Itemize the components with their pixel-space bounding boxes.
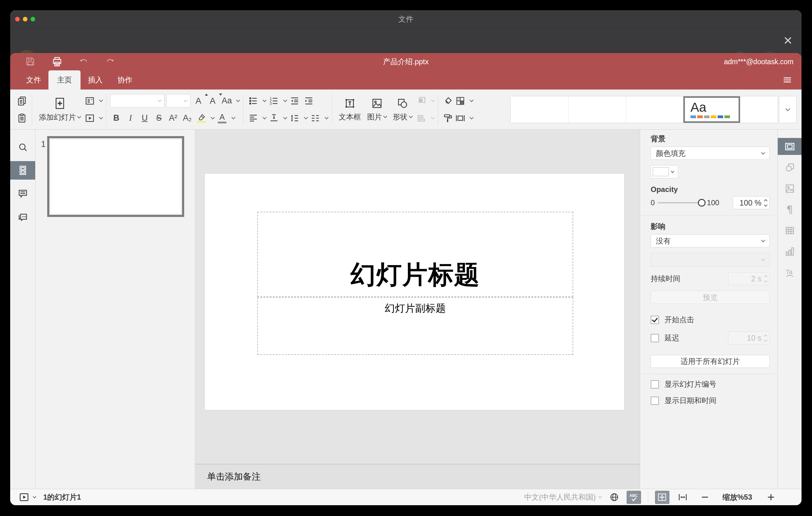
opacity-slider[interactable] <box>658 202 702 203</box>
chart-settings-icon[interactable] <box>778 243 802 260</box>
spellcheck-icon[interactable]: ABC <box>627 491 641 504</box>
tab-home[interactable]: 主页 <box>49 70 81 89</box>
decrease-font-icon[interactable]: A <box>206 94 219 108</box>
superscript-button[interactable]: A² <box>167 111 179 125</box>
fill-color-button[interactable] <box>651 165 678 178</box>
subtitle-placeholder[interactable]: 幻灯片副标题 <box>257 297 573 355</box>
arrange-shape-icon[interactable] <box>415 94 428 108</box>
menu-icon[interactable] <box>782 75 792 85</box>
theme-cell[interactable] <box>569 96 626 123</box>
font-size-select[interactable] <box>166 94 190 108</box>
theme-cell[interactable] <box>511 96 569 123</box>
apply-to-all-button[interactable]: 适用于所有幻灯片 <box>651 355 770 368</box>
slide-canvas[interactable]: 幻灯片标题 幻灯片副标题 <box>205 174 624 410</box>
delay-value: 10 s <box>747 334 761 343</box>
change-case-icon[interactable]: Aa <box>221 94 233 108</box>
main-area: 1 幻灯片标题 幻灯片副标题 单击添加备注 背景 <box>10 130 802 489</box>
image-button[interactable]: 图片 <box>364 89 390 129</box>
paint-roller-icon[interactable] <box>442 111 454 125</box>
status-bar: 1的幻灯片1 中文(中华人民共和国) ABC 缩放%53 <box>10 489 802 505</box>
zoom-in-icon[interactable] <box>766 492 776 502</box>
right-icon-strip: ¶ Ta <box>778 130 802 489</box>
increase-font-icon[interactable]: A <box>192 94 205 108</box>
shape-button[interactable]: 形状 <box>390 89 415 129</box>
decrease-indent-icon[interactable] <box>288 94 301 108</box>
theme-cell[interactable] <box>740 96 778 123</box>
slideshow-options-icon[interactable] <box>33 495 36 498</box>
font-color-icon[interactable]: A <box>216 111 228 125</box>
numbered-list-icon[interactable]: 123 <box>268 94 280 108</box>
eraser-icon[interactable] <box>442 94 454 108</box>
italic-button[interactable]: I <box>124 111 137 125</box>
opacity-row: 0 100 100 % <box>651 196 770 209</box>
show-date-time-checkbox[interactable] <box>651 397 659 405</box>
tab-collaboration[interactable]: 协作 <box>110 70 140 89</box>
theme-colors-icon[interactable] <box>454 94 466 108</box>
paragraph-settings-icon[interactable]: ¶ <box>778 201 802 218</box>
slide-settings-icon[interactable] <box>778 138 802 155</box>
redo-icon[interactable] <box>105 56 116 67</box>
start-slideshow-icon[interactable] <box>84 111 96 125</box>
search-icon[interactable] <box>10 138 35 157</box>
text-box-icon <box>344 97 356 110</box>
add-slide-button[interactable]: 添加幻灯片 <box>36 89 84 129</box>
slide-subtitle-text: 幻灯片副标题 <box>385 302 446 315</box>
fit-width-icon[interactable] <box>677 492 688 503</box>
fit-slide-icon[interactable] <box>655 491 669 504</box>
horizontal-align-icon[interactable] <box>247 111 259 125</box>
delay-checkbox[interactable] <box>651 334 659 342</box>
strikeout-button[interactable]: S <box>153 111 165 125</box>
minimize-traffic-light[interactable] <box>23 17 27 21</box>
comments-icon[interactable] <box>10 184 35 203</box>
bullet-list-icon[interactable] <box>247 94 259 108</box>
print-icon[interactable] <box>52 56 63 67</box>
theme-gallery-expand-icon[interactable] <box>779 96 796 123</box>
close-traffic-light[interactable] <box>15 17 20 21</box>
notes-area[interactable]: 单击添加备注 <box>195 464 640 489</box>
background-fill-select[interactable]: 颜色填充 <box>651 147 770 160</box>
text-box-button[interactable]: 文本框 <box>336 89 364 129</box>
effect-select[interactable]: 没有 <box>651 234 770 248</box>
copy-icon[interactable] <box>16 94 28 108</box>
save-icon[interactable] <box>25 56 36 67</box>
slides-panel-icon[interactable] <box>10 161 35 180</box>
show-slide-number-checkbox[interactable] <box>651 380 659 389</box>
opacity-slider-knob[interactable] <box>698 199 705 207</box>
underline-button[interactable]: U <box>139 111 151 125</box>
text-art-settings-icon[interactable]: Ta <box>778 264 802 281</box>
slide-settings-panel: 背景 颜色填充 Opacity 0 100 100 % 影响 没有 <box>640 130 778 489</box>
undo-icon[interactable] <box>78 56 89 67</box>
start-slideshow-status-icon[interactable] <box>19 492 30 503</box>
align-shape-icon[interactable] <box>415 111 428 125</box>
columns-icon[interactable] <box>309 111 321 125</box>
increase-indent-icon[interactable] <box>303 94 315 108</box>
title-placeholder[interactable]: 幻灯片标题 <box>257 212 573 297</box>
start-on-click-checkbox[interactable] <box>651 316 659 324</box>
bold-button[interactable]: B <box>110 111 122 125</box>
globe-icon[interactable] <box>609 492 619 502</box>
slide-number-label: 1 <box>41 140 46 149</box>
zoom-traffic-light[interactable] <box>31 17 35 21</box>
vertical-align-icon[interactable] <box>268 111 280 125</box>
table-settings-icon[interactable] <box>778 222 802 239</box>
subscript-button[interactable]: A₂ <box>181 111 194 125</box>
highlight-color-icon[interactable] <box>195 111 208 125</box>
opacity-spinner[interactable]: 100 % <box>733 196 770 209</box>
theme-cell[interactable] <box>626 96 683 123</box>
chat-icon[interactable] <box>10 207 35 227</box>
shape-settings-icon[interactable] <box>778 159 802 176</box>
tab-file[interactable]: 文件 <box>19 70 49 89</box>
theme-cell-selected[interactable]: Aa <box>683 96 740 123</box>
font-name-select[interactable] <box>110 94 165 108</box>
line-spacing-icon[interactable] <box>288 111 301 125</box>
tab-insert[interactable]: 插入 <box>81 70 110 89</box>
close-icon[interactable] <box>783 35 793 46</box>
slide-size-icon[interactable] <box>454 111 466 125</box>
zoom-out-icon[interactable] <box>700 492 709 502</box>
paste-icon[interactable] <box>16 111 28 125</box>
slide-thumbnail[interactable] <box>47 136 184 217</box>
status-divider <box>648 492 648 502</box>
image-settings-icon[interactable] <box>778 180 802 197</box>
slide-layout-icon[interactable] <box>84 94 96 108</box>
language-selector[interactable]: 中文(中华人民共和国) <box>524 492 601 502</box>
